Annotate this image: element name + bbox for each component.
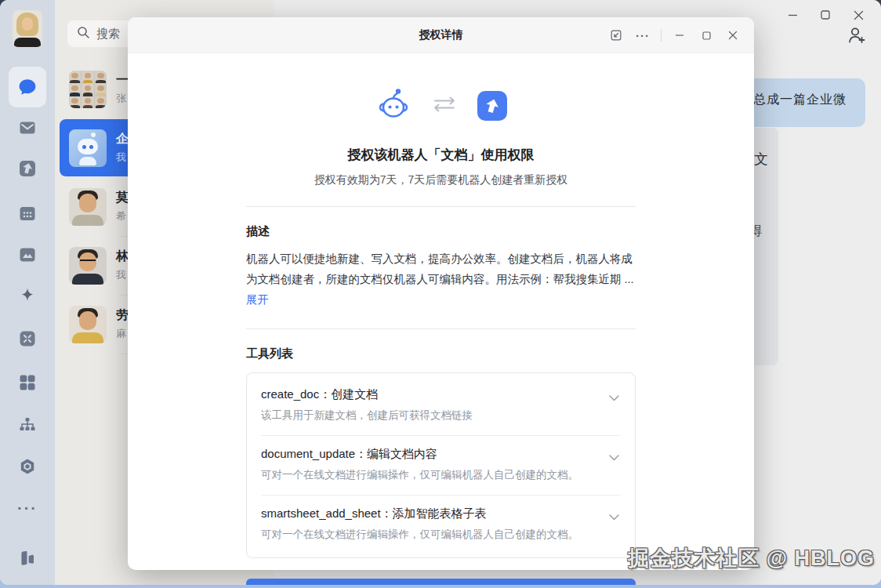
- card-text-fragment: 文: [754, 150, 768, 169]
- divider: [246, 206, 636, 207]
- tools-label: 工具列表: [246, 347, 636, 361]
- robot-icon: [375, 86, 411, 125]
- search-placeholder: 搜索: [96, 27, 120, 42]
- nav-ai[interactable]: [10, 279, 45, 314]
- divider: [661, 29, 662, 42]
- open-in-window-icon[interactable]: [603, 24, 629, 47]
- video-meeting-icon: [18, 329, 37, 348]
- nav-knowledge-base[interactable]: [10, 541, 45, 575]
- message-text: 汇总成一篇企业微: [740, 92, 847, 108]
- tool-row: smartsheet_add_sheet：添加智能表格子表 可对一个在线文档进行…: [261, 495, 621, 554]
- chat-name: 企: [116, 131, 129, 147]
- expand-link[interactable]: 展开: [246, 293, 269, 306]
- avatar-face: [22, 17, 33, 31]
- tool-name: document_update：编辑文档内容: [261, 447, 621, 462]
- chat-preview: 我: [116, 151, 126, 165]
- add-contact-icon[interactable]: [842, 22, 870, 49]
- person-avatar: [69, 188, 107, 226]
- modal-controls: ···: [603, 17, 746, 53]
- modal-titlebar: 授权详情 ···: [128, 17, 754, 53]
- tool-list: create_doc：创建文档 该工具用于新建文档，创建后可获得文档链接 doc…: [246, 372, 636, 558]
- avatar-shirt: [14, 38, 41, 47]
- nav-calendar[interactable]: [10, 196, 45, 230]
- calendar-icon: [18, 204, 37, 223]
- chat-preview: 张: [116, 92, 126, 106]
- description-text: 机器人可以便捷地新建、写入文档，提高办公效率。创建文档后，机器人将成为文档创建者…: [246, 252, 634, 285]
- nav-messages[interactable]: [9, 67, 46, 107]
- tool-description: 该工具用于新建文档，创建后可获得文档链接: [261, 408, 621, 423]
- tool-row: create_doc：创建文档 该工具用于新建文档，创建后可获得文档链接: [261, 376, 621, 435]
- search-icon: [77, 26, 90, 42]
- tool-row: document_update：编辑文档内容 可对一个在线文档进行编辑操作，仅可…: [261, 435, 621, 495]
- cube-icon: [18, 457, 37, 476]
- gallery-icon: [18, 245, 37, 264]
- workplace-grid-icon: [18, 373, 37, 392]
- more-ellipsis-icon: ···: [17, 499, 38, 517]
- user-avatar[interactable]: [13, 10, 42, 47]
- book-icon: [17, 548, 38, 568]
- confirm-authorization-button[interactable]: 确认授权: [246, 579, 636, 585]
- nav-docs[interactable]: [10, 151, 45, 186]
- modal-more-icon[interactable]: ···: [629, 24, 656, 47]
- authorization-heading: 授权该机器人「文档」使用权限: [246, 146, 636, 164]
- nav-more[interactable]: ···: [10, 491, 45, 525]
- docs-arrow-icon: [18, 159, 37, 178]
- chat-name: 林: [116, 249, 129, 265]
- app-window: ··· 搜索 一 张: [0, 0, 881, 585]
- chat-preview: 我: [116, 268, 126, 282]
- authorization-icon-row: [246, 86, 636, 125]
- chat-name: 莫: [116, 190, 129, 206]
- person-avatar: [69, 247, 107, 285]
- chat-name: 一: [116, 72, 129, 89]
- tool-description: 可对一个在线文档进行编辑操作，仅可编辑机器人自己创建的文档。: [261, 468, 621, 482]
- tool-name: smartsheet_add_sheet：添加智能表格子表: [261, 506, 621, 521]
- nav-workplace[interactable]: [10, 365, 45, 400]
- divider: [246, 328, 636, 329]
- modal-body: 授权该机器人「文档」使用权限 授权有效期为7天，7天后需要机器人创建者重新授权 …: [246, 53, 636, 585]
- exchange-arrows-icon: [430, 93, 459, 118]
- chevron-down-icon[interactable]: [609, 390, 619, 405]
- window-minimize-button[interactable]: [776, 5, 809, 25]
- authorization-modal: 授权详情 ···: [128, 17, 754, 570]
- description-paragraph: 机器人可以便捷地新建、写入文档，提高办公效率。创建文档后，机器人将成为文档创建者…: [246, 249, 636, 310]
- nav-video-meeting[interactable]: [10, 321, 45, 356]
- chat-bubble-icon: [17, 77, 38, 97]
- chat-preview: 麻: [116, 327, 126, 341]
- modal-minimize-button[interactable]: [666, 24, 693, 47]
- authorization-subheading: 授权有效期为7天，7天后需要机器人创建者重新授权: [246, 173, 636, 187]
- tool-description: 可对一个在线文档进行编辑操作，仅可编辑机器人自己创建的文档。: [261, 528, 621, 542]
- desktop: ··· 搜索 一 张: [0, 0, 881, 588]
- docs-app-icon: [477, 91, 507, 121]
- chevron-down-icon[interactable]: [609, 450, 619, 464]
- chevron-down-icon[interactable]: [609, 510, 619, 524]
- watermark: 掘金技术社区 @ HBLOG: [628, 544, 875, 572]
- nav-open-platform[interactable]: [10, 449, 45, 484]
- org-chart-icon: [18, 416, 37, 434]
- nav-rail: ···: [0, 0, 55, 585]
- person-avatar: [69, 306, 107, 343]
- nav-contacts[interactable]: [10, 408, 45, 442]
- description-label: 描述: [246, 224, 636, 239]
- nav-mail[interactable]: [10, 111, 45, 145]
- group-avatar: [69, 71, 107, 108]
- chat-preview: 希: [116, 209, 126, 223]
- modal-close-button[interactable]: [720, 24, 746, 47]
- mail-icon: [18, 118, 37, 137]
- chat-name: 劳: [116, 307, 129, 324]
- sparkle-icon: [17, 286, 38, 307]
- modal-maximize-button[interactable]: [693, 24, 720, 47]
- tool-name: create_doc：创建文档: [261, 387, 621, 402]
- nav-gallery[interactable]: [10, 238, 45, 272]
- window-maximize-button[interactable]: [809, 5, 842, 25]
- robot-avatar: [69, 129, 107, 167]
